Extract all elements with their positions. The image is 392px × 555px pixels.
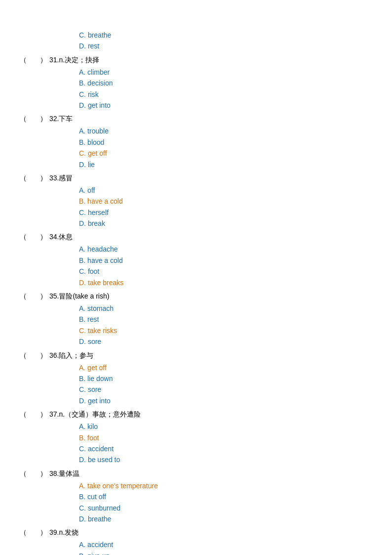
question-39: （ ） 39.n.发烧 A. accident B. give up C. fe… bbox=[20, 528, 372, 555]
bracket-left-31: （ ） bbox=[20, 56, 49, 65]
q33-label: 33.感冒 bbox=[49, 174, 73, 183]
q38-option-c: C. sunburned bbox=[79, 503, 372, 513]
q36-option-a: A. get off bbox=[79, 362, 372, 373]
q37-label: 37.n.（交通）事故；意外遭险 bbox=[49, 410, 141, 419]
q32-label: 32.下车 bbox=[49, 115, 73, 124]
bracket-left-33: （ ） bbox=[20, 174, 49, 183]
bracket-left-34: （ ） bbox=[20, 233, 49, 242]
q32-option-b: B. blood bbox=[79, 137, 372, 148]
question-35: （ ） 35.冒险(take a rish) A. stomach B. res… bbox=[20, 292, 372, 347]
q35-option-d: D. sore bbox=[79, 336, 372, 347]
question-36: （ ） 36.陷入；参与 A. get off B. lie down C. s… bbox=[20, 351, 372, 407]
question-31: （ ） 31.n.决定；抉择 A. climber B. decision C.… bbox=[20, 56, 372, 111]
q32-option-d: D. lie bbox=[79, 159, 372, 170]
q39-label: 39.n.发烧 bbox=[49, 528, 78, 537]
q31-option-c: C. risk bbox=[79, 89, 372, 100]
q33-option-a: A. off bbox=[79, 185, 372, 196]
q36-option-c: C. sore bbox=[79, 384, 372, 395]
q38-option-d: D. breathe bbox=[79, 513, 372, 524]
question-37: （ ） 37.n.（交通）事故；意外遭险 A. kilo B. foot C. … bbox=[20, 410, 372, 466]
option-c-breathe: C. breathe bbox=[79, 30, 372, 41]
q37-option-a: A. kilo bbox=[79, 421, 372, 432]
prefix-options: C. breathe D. rest bbox=[79, 30, 372, 52]
q34-option-a: A. headache bbox=[79, 244, 372, 255]
q34-option-d: D. take breaks bbox=[79, 277, 372, 288]
quiz-container: C. breathe D. rest （ ） 31.n.决定；抉择 A. cli… bbox=[20, 30, 372, 555]
question-32: （ ） 32.下车 A. trouble B. blood C. get off… bbox=[20, 115, 372, 170]
q38-option-b: B. cut off bbox=[79, 491, 372, 502]
q34-option-b: B. have a cold bbox=[79, 255, 372, 266]
q32-option-a: A. trouble bbox=[79, 126, 372, 136]
q35-option-a: A. stomach bbox=[79, 303, 372, 314]
bracket-left-37: （ ） bbox=[20, 410, 49, 419]
q34-label: 34.休息 bbox=[49, 233, 73, 242]
q36-option-b: B. lie down bbox=[79, 373, 372, 384]
q33-option-b: B. have a cold bbox=[79, 196, 372, 207]
bracket-left-35: （ ） bbox=[20, 292, 49, 301]
question-34: （ ） 34.休息 A. headache B. have a cold C. … bbox=[20, 233, 372, 288]
q31-option-a: A. climber bbox=[79, 67, 372, 78]
bracket-left-38: （ ） bbox=[20, 470, 49, 478]
bracket-left-39: （ ） bbox=[20, 528, 49, 537]
question-38: （ ） 38.量体温 A. take one's temperature B. … bbox=[20, 470, 372, 525]
q34-option-c: C. foot bbox=[79, 266, 372, 277]
q38-label: 38.量体温 bbox=[49, 470, 79, 478]
option-d-rest: D. rest bbox=[79, 41, 372, 51]
q35-option-c: C. take risks bbox=[79, 325, 372, 336]
q39-option-a: A. accident bbox=[79, 539, 372, 550]
q32-option-c: C. get off bbox=[79, 148, 372, 159]
q36-option-d: D. get into bbox=[79, 395, 372, 406]
q31-option-b: B. decision bbox=[79, 78, 372, 88]
q31-label: 31.n.决定；抉择 bbox=[49, 56, 99, 65]
q33-option-c: C. herself bbox=[79, 207, 372, 218]
bracket-left-32: （ ） bbox=[20, 115, 49, 124]
q37-option-c: C. accident bbox=[79, 443, 372, 454]
q38-option-a: A. take one's temperature bbox=[79, 480, 372, 491]
bracket-left-36: （ ） bbox=[20, 351, 49, 360]
q33-option-d: D. break bbox=[79, 218, 372, 229]
q37-option-b: B. foot bbox=[79, 432, 372, 443]
q35-option-b: B. rest bbox=[79, 314, 372, 325]
q36-label: 36.陷入；参与 bbox=[49, 351, 93, 360]
q39-option-b: B. give up bbox=[79, 551, 372, 555]
question-33: （ ） 33.感冒 A. off B. have a cold C. herse… bbox=[20, 174, 372, 229]
q37-option-d: D. be used to bbox=[79, 454, 372, 465]
q35-label: 35.冒险(take a rish) bbox=[49, 292, 109, 301]
q31-option-d: D. get into bbox=[79, 100, 372, 111]
